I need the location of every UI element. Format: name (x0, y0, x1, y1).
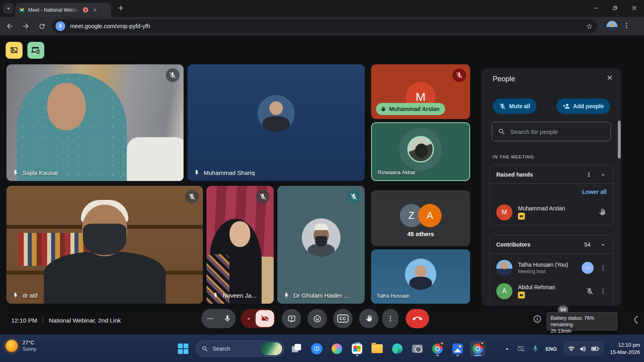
video-tile-talha-hussain[interactable]: Talha Hussain (371, 249, 470, 304)
mic-off-icon[interactable] (586, 287, 594, 295)
people-search-input[interactable] (510, 128, 591, 135)
address-bar[interactable]: meet.google.com/vmp-pyfd-yfh (52, 19, 597, 33)
edge-browser-icon[interactable] (390, 341, 405, 357)
chevron-up-icon[interactable] (599, 241, 607, 248)
participant-name-label: Dr Ghulam Haider ... (283, 292, 349, 299)
chrome-profile2-icon-active[interactable] (470, 341, 485, 357)
present-button[interactable] (282, 309, 301, 328)
overflow-participants-tile[interactable]: Z A 45 others (371, 190, 470, 246)
task-view-button[interactable] (289, 341, 304, 357)
contributor-row[interactable]: Talha Hussain (You) Meeting host (490, 256, 613, 280)
video-tile-rizwaana-akbar[interactable]: Rizwaana Akbar (371, 122, 470, 181)
window-minimize-button[interactable] (586, 0, 605, 16)
lower-all-button[interactable]: Lower all (582, 189, 607, 195)
video-effects-off-badge[interactable] (6, 42, 23, 59)
participant-name: Dr Ghulam Haider ... (293, 292, 349, 299)
site-mic-indicator-icon[interactable] (56, 21, 65, 31)
meeting-status: 12:10 PM National Webinar, 2nd Link (11, 306, 121, 335)
battery-status-tooltip: Battery status: 76% remaining 2h 13min (547, 312, 617, 331)
browser-profile-avatar[interactable] (607, 21, 617, 32)
raised-hands-header[interactable]: Raised hands 1 (490, 165, 613, 184)
raised-hand-row[interactable]: M Muhammad Arslan (490, 201, 613, 224)
people-search-box[interactable] (492, 122, 611, 141)
taskbar-search-input[interactable] (213, 346, 257, 352)
volume-icon (579, 345, 587, 353)
video-tile-muhammad-shariq[interactable]: Muhammad Shariq (188, 64, 365, 181)
onedrive-offline-icon[interactable] (517, 345, 525, 353)
chevron-up-icon[interactable] (599, 171, 607, 178)
panel-close-button[interactable] (606, 74, 613, 81)
video-tile-dr-ghulam-haider[interactable]: Dr Ghulam Haider ... (277, 186, 365, 304)
captions-button[interactable]: CC (333, 309, 353, 328)
file-explorer-icon[interactable] (369, 341, 385, 357)
mute-all-label: Mute all (509, 103, 530, 109)
panel-scrollbar[interactable] (618, 121, 621, 158)
camera-app-icon[interactable] (410, 341, 425, 357)
raised-hands-count: 1 (587, 171, 590, 178)
raised-hand-icon[interactable] (598, 208, 607, 217)
member-name: Talha Hussain (You) (518, 261, 568, 268)
contributor-row[interactable]: A Abdul Rehman (490, 280, 613, 303)
video-tile-dr-atif[interactable]: dr atif (6, 186, 203, 304)
language-indicator[interactable]: ENG (545, 346, 557, 352)
member-options-button[interactable] (599, 264, 607, 272)
camera-options-button[interactable] (241, 309, 257, 328)
more-audio-options-button[interactable] (201, 309, 219, 328)
tray-overflow-button[interactable] (504, 345, 511, 352)
back-button[interactable] (3, 20, 16, 33)
browser-menu-button[interactable] (623, 22, 630, 29)
reload-button[interactable] (35, 20, 48, 33)
audio-control-group (201, 309, 236, 328)
pin-icon (12, 292, 19, 299)
scene-shape (47, 83, 86, 130)
participant-name: Sajila Kausar (23, 169, 58, 176)
url-text[interactable]: meet.google.com/vmp-pyfd-yfh (70, 23, 150, 29)
microsoft-store-icon[interactable] (349, 341, 365, 357)
copilot-app-icon[interactable] (329, 341, 345, 357)
companion-mode-badge[interactable] (27, 42, 44, 59)
mic-off-badge (256, 190, 270, 204)
add-people-button[interactable]: Add people (556, 99, 610, 114)
contributors-count: 54 (584, 241, 590, 248)
mic-in-use-icon[interactable] (532, 345, 539, 352)
tab-close-button[interactable] (91, 6, 99, 14)
video-tile-muhammad-arslan[interactable]: M Muhammad Arslan (371, 64, 470, 119)
end-call-button[interactable] (406, 309, 429, 328)
taskbar-search[interactable] (196, 341, 284, 357)
meeting-details-button[interactable] (533, 315, 542, 323)
scene-shape (127, 137, 184, 181)
more-options-button[interactable] (382, 309, 398, 328)
people-icon[interactable] (634, 316, 638, 324)
contributors-header[interactable]: Contributors 54 (490, 235, 613, 254)
mute-all-button[interactable]: Mute all (493, 99, 537, 114)
window-close-button[interactable] (625, 0, 644, 16)
bookmark-star-icon[interactable] (586, 23, 593, 30)
window-restore-button[interactable] (605, 0, 625, 16)
browser-tab[interactable]: Meet - National Webinar, 2 (15, 3, 111, 17)
taskbar-clock[interactable]: 12:10 pm 15-Mar-2026 (610, 341, 640, 356)
participant-name-label: Talha Hussain (377, 293, 410, 299)
participant-video (188, 64, 365, 181)
chrome-profile1-icon[interactable] (430, 341, 445, 357)
microphone-button[interactable] (219, 309, 236, 328)
zoom-app-icon[interactable] (309, 341, 324, 357)
cc-icon: CC (337, 315, 349, 323)
member-options-button[interactable] (599, 288, 607, 295)
profile-photo (405, 259, 436, 290)
tab-search-button[interactable] (3, 3, 14, 14)
reactions-button[interactable] (308, 309, 327, 328)
video-tile-sajila-kausar[interactable]: Sajila Kausar (6, 64, 184, 181)
start-button[interactable] (175, 341, 191, 357)
scene-shape (314, 224, 328, 230)
camera-off-button[interactable] (256, 310, 274, 327)
weather-widget[interactable]: 27°C Sunny (6, 339, 36, 353)
mic-off-badge (185, 190, 199, 204)
photos-app-icon[interactable] (450, 341, 465, 357)
raise-hand-button[interactable] (359, 309, 378, 328)
forward-button[interactable] (19, 20, 32, 33)
participant-video (6, 186, 203, 304)
video-tile-noveen[interactable]: Noveen Ja... (206, 186, 274, 304)
new-tab-button[interactable] (117, 4, 125, 12)
contributor-row[interactable] (490, 303, 613, 306)
network-volume-battery-group[interactable] (564, 341, 604, 356)
